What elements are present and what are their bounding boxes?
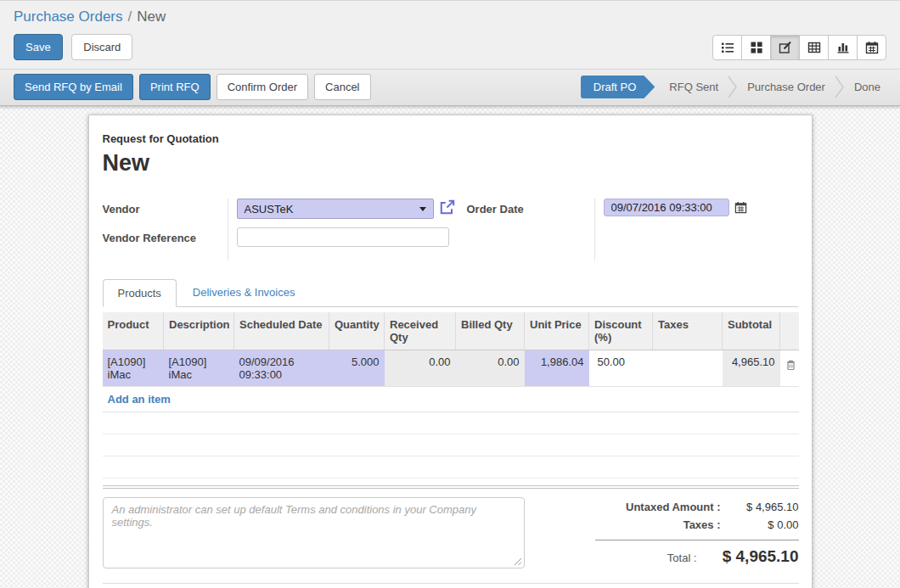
chevron-right-icon [835,76,845,98]
field-group-left: Vendor Vendor Reference ASUSTeK [103,199,467,260]
calendar-view-button[interactable] [857,35,886,60]
save-button[interactable]: Save [14,34,63,60]
col-received-qty: Received Qty [385,312,456,350]
top-zone: Purchase Orders/New Save Discard [0,1,900,69]
col-scheduled-date: Scheduled Date [234,312,329,350]
tab-deliveries-invoices[interactable]: Deliveries & Invoices [178,279,310,306]
delete-line-button[interactable] [780,350,799,387]
list-view-button[interactable] [712,35,742,60]
calendar-icon [734,201,747,214]
total-value: $ 4,965.10 [697,547,799,566]
dropdown-caret-icon [419,207,426,211]
calendar-view-icon [865,41,879,54]
confirm-order-button[interactable]: Confirm Order [217,74,308,100]
workflow-buttons: Send RFQ by Email Print RFQ Confirm Orde… [14,74,377,100]
total-label: Total : [667,552,697,564]
graph-view-button[interactable] [828,35,858,60]
sheet-end-line [103,583,799,584]
total-separator [595,540,799,540]
status-pipeline: Draft PO RFQ Sent Purchase Order Done [581,76,900,98]
empty-line [103,434,799,456]
vendor-select[interactable]: ASUSTeK [237,199,434,219]
form-view-button[interactable] [770,35,800,60]
cancel-button[interactable]: Cancel [314,74,370,100]
cell-received-qty: 0.00 [385,350,456,387]
notebook-tabs: Products Deliveries & Invoices [103,279,798,307]
pivot-view-button[interactable] [799,35,829,60]
footer-section: Untaxed Amount : $ 4,965.10 Taxes : $ 0.… [103,497,799,571]
taxes-value: $ 0.00 [721,518,799,531]
pivot-view-icon [807,41,821,54]
tab-products[interactable]: Products [103,279,177,307]
section-separator [103,485,799,489]
stage-draft-po[interactable]: Draft PO [581,76,655,98]
cell-scheduled-date[interactable]: 09/09/2016 09:33:00 [234,350,329,387]
cell-subtotal: 4,965.10 [723,350,780,387]
cell-unit-price[interactable]: 1,986.04 [525,350,589,387]
view-switcher [712,35,886,60]
external-link-icon[interactable] [439,199,456,216]
vendor-selected-value: ASUSTeK [245,203,419,216]
cell-quantity[interactable]: 5.000 [329,350,385,387]
cell-product[interactable]: [A1090] iMac [103,350,164,387]
col-actions [780,312,799,350]
terms-conditions-textarea[interactable] [103,497,525,568]
stage-purchase-order[interactable]: Purchase Order [740,76,833,98]
breadcrumb-current: New [137,8,166,25]
control-bar: Save Discard [0,27,900,69]
breadcrumb: Purchase Orders/New [0,1,900,27]
status-bar: Send RFQ by Email Print RFQ Confirm Orde… [0,69,900,106]
notes-area [103,497,525,571]
col-subtotal: Subtotal [723,312,780,350]
col-taxes: Taxes [653,312,723,350]
form-background: Request for Quotation New Vendor Vendor … [0,106,900,588]
col-unit-price: Unit Price [525,312,589,350]
cell-description[interactable]: [A1090] iMac [164,350,234,387]
stage-rfq-sent[interactable]: RFQ Sent [661,76,726,98]
field-zone: Vendor Vendor Reference ASUSTeK [103,199,798,260]
untaxed-amount-label: Untaxed Amount : [626,501,720,513]
field-group-right: Order Date [467,199,747,260]
trash-icon [785,359,796,371]
print-rfq-button[interactable]: Print RFQ [139,74,211,100]
vendor-reference-label: Vendor Reference [103,232,228,260]
vendor-label: Vendor [103,203,228,232]
date-picker-button[interactable] [734,199,747,216]
add-an-item-link[interactable]: Add an item [108,393,171,406]
cell-discount[interactable]: 50.00 [589,350,653,387]
form-subtitle: Request for Quotation [103,132,798,145]
order-date-input[interactable] [604,199,729,216]
vendor-reference-input[interactable] [237,227,449,247]
page-title: New [103,150,798,176]
order-line-row: [A1090] iMac [A1090] iMac 09/09/2016 09:… [103,350,799,387]
breadcrumb-purchase-orders[interactable]: Purchase Orders [14,8,123,25]
discard-button[interactable]: Discard [71,34,132,60]
kanban-view-icon [750,41,763,54]
odoo-purchase-order-screen: Purchase Orders/New Save Discard [0,0,900,588]
chevron-right-icon [728,76,738,98]
cell-taxes[interactable] [653,350,723,387]
col-description: Description [164,312,234,350]
table-header-row: Product Description Scheduled Date Quant… [103,312,799,350]
add-item-row: Add an item [103,387,799,412]
list-view-icon [721,41,734,54]
form-sheet: Request for Quotation New Vendor Vendor … [88,115,813,588]
record-actions: Save Discard [14,34,132,60]
order-lines-table: Product Description Scheduled Date Quant… [103,312,799,387]
send-rfq-by-email-button[interactable]: Send RFQ by Email [14,74,133,100]
col-quantity: Quantity [329,312,385,350]
order-date-label: Order Date [467,203,594,232]
untaxed-amount-value: $ 4,965.10 [721,501,799,513]
col-discount: Discount (%) [589,312,653,350]
graph-view-icon [836,41,850,54]
totals-block: Untaxed Amount : $ 4,965.10 Taxes : $ 0.… [595,497,799,571]
taxes-label: Taxes : [683,518,721,531]
col-billed-qty: Billed Qty [456,312,525,350]
breadcrumb-separator: / [128,8,132,25]
kanban-view-button[interactable] [741,35,771,60]
stage-done[interactable]: Done [847,76,888,98]
form-view-icon [779,41,792,54]
col-product: Product [103,312,164,350]
empty-line [103,412,799,434]
cell-billed-qty: 0.00 [456,350,525,387]
